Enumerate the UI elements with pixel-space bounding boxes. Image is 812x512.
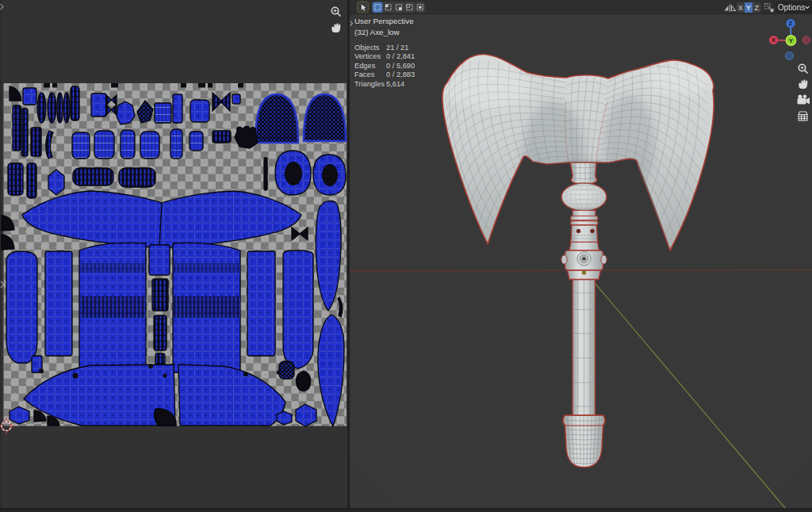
svg-text:X: X xyxy=(738,3,744,12)
svg-text:(32) Axe_low: (32) Axe_low xyxy=(354,28,400,36)
svg-text:Triangles: Triangles xyxy=(354,80,385,88)
svg-text:Y: Y xyxy=(746,3,752,12)
svg-text:Objects: Objects xyxy=(354,44,380,52)
svg-text:0 / 5,690: 0 / 5,690 xyxy=(386,62,415,70)
svg-text:X: X xyxy=(772,36,776,44)
svg-text:Y: Y xyxy=(789,37,794,44)
svg-text:21 / 21: 21 / 21 xyxy=(386,44,408,52)
svg-text:Vertices: Vertices xyxy=(354,52,381,60)
svg-text:Z: Z xyxy=(754,3,759,12)
svg-text:Faces: Faces xyxy=(354,71,375,78)
svg-text:Z: Z xyxy=(789,20,793,27)
svg-text:Edges: Edges xyxy=(354,62,376,70)
svg-text:0 / 2,841: 0 / 2,841 xyxy=(386,52,415,60)
svg-text:User Perspective: User Perspective xyxy=(354,17,414,25)
svg-text:Options: Options xyxy=(778,3,805,12)
svg-text:0 / 2,883: 0 / 2,883 xyxy=(386,71,415,78)
svg-text:5,614: 5,614 xyxy=(386,80,404,88)
